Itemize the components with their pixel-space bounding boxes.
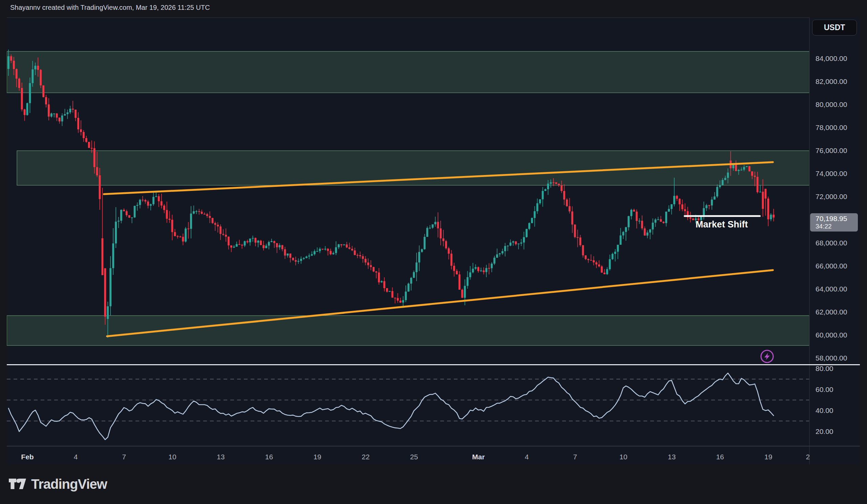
time-axis-label: Feb (21, 452, 33, 461)
rsi-axis-label: 40.00 (815, 406, 834, 415)
price-axis-label: 66,000.00 (815, 262, 847, 271)
bar-countdown: 34:22 (815, 223, 858, 230)
time-axis-label: 13 (217, 452, 225, 461)
rsi-axis-label: 20.00 (815, 427, 834, 436)
time-axis-label: 10 (619, 452, 627, 461)
tradingview-logo[interactable]: TradingView (9, 476, 107, 492)
time-axis-label: 16 (716, 452, 724, 461)
price-axis-label: 72,000.00 (815, 192, 847, 201)
market-shift-annotation: Market Shift (696, 219, 748, 230)
price-axis-label: 68,000.00 (815, 239, 847, 248)
price-axis-label: 74,000.00 (815, 169, 847, 178)
tradingview-logo-text: TradingView (31, 476, 107, 492)
tradingview-chart-screenshot: Shayannv created with TradingView.com, M… (0, 0, 867, 504)
price-axis-label: 82,000.00 (815, 77, 847, 86)
tradingview-logo-icon (9, 478, 26, 490)
currency-toggle-label: USDT (824, 23, 845, 32)
price-axis-label: 62,000.00 (815, 308, 847, 317)
lightning-icon[interactable] (760, 349, 774, 364)
time-axis-label: 19 (313, 452, 321, 461)
time-axis-label: 7 (122, 452, 126, 461)
time-axis-label: 2 (806, 452, 810, 461)
time-axis-label: 4 (525, 452, 529, 461)
currency-toggle-button[interactable]: USDT (812, 20, 857, 35)
time-axis-label: 7 (573, 452, 577, 461)
price-axis-label: 78,000.00 (815, 123, 847, 132)
price-axis-label: 60,000.00 (815, 331, 847, 340)
rsi-axis-label: 60.00 (815, 385, 834, 394)
time-axis-label: 10 (168, 452, 176, 461)
chart-canvas[interactable] (0, 0, 867, 504)
price-axis-label: 76,000.00 (815, 146, 847, 155)
last-price-value: 70,198.95 (815, 214, 858, 223)
price-axis-label: 84,000.00 (815, 54, 847, 63)
time-axis-label: 4 (74, 452, 78, 461)
price-axis-label: 58,000.00 (815, 354, 847, 362)
time-axis-label: 22 (362, 452, 370, 461)
price-axis-label: 80,000.00 (815, 100, 847, 109)
pane-separator[interactable] (7, 364, 860, 365)
time-axis-label: 25 (410, 452, 418, 461)
time-axis-label: 16 (265, 452, 273, 461)
time-axis-label: 19 (764, 452, 772, 461)
time-axis-label: 13 (668, 452, 676, 461)
rsi-axis-label: 80.00 (815, 364, 834, 373)
last-price-label: 70,198.95 34:22 (810, 213, 858, 231)
price-axis-label: 64,000.00 (815, 285, 847, 294)
time-axis-label: Mar (472, 452, 485, 461)
